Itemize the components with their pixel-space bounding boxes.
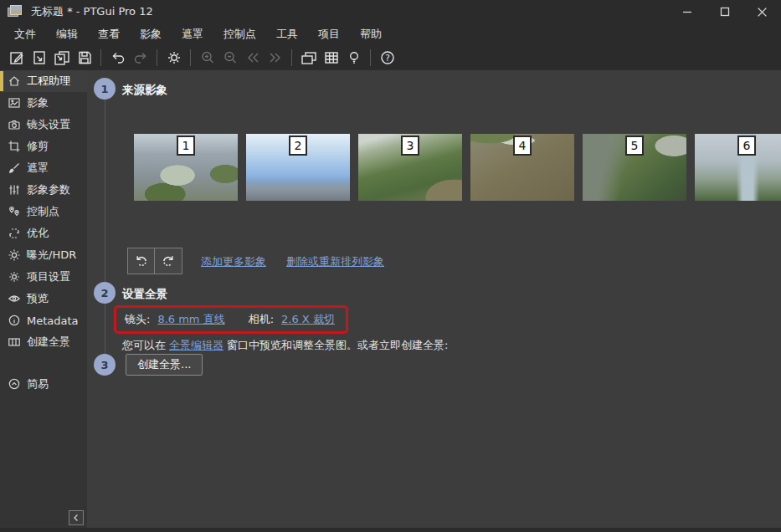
info-icon (8, 314, 21, 327)
sidebar-item-project-assistant[interactable]: 工程助理 (0, 70, 87, 92)
hint-suffix: 窗口中预览和调整全景图。或者立即创建全景: (227, 339, 448, 351)
camera-value-link[interactable]: 2.6 X 裁切 (281, 312, 335, 327)
project-assistant-panel: 1 来源影象 1 2 3 4 5 6 (87, 70, 781, 528)
sidebar-item-label: 创建全景 (27, 335, 70, 350)
lens-value-link[interactable]: 8.6 mm 直线 (157, 312, 224, 327)
settings-gear-icon[interactable] (162, 47, 185, 69)
sidebar-item-optimize[interactable]: 优化 (0, 223, 87, 244)
gear-icon (8, 270, 21, 284)
menu-help[interactable]: 帮助 (350, 23, 392, 45)
sidebar-item-project-settings[interactable]: 项目设置 (0, 266, 87, 288)
menu-view[interactable]: 查看 (88, 23, 130, 45)
bottom-strip (0, 528, 781, 532)
sidebar-item-metadata[interactable]: Metadata (0, 309, 87, 331)
help-icon[interactable]: ? (376, 47, 398, 69)
save-project-icon[interactable] (73, 47, 95, 69)
chevron-left-icon (72, 514, 80, 522)
sidebar-item-mask[interactable]: 遮罩 (0, 157, 87, 179)
remove-rearrange-images-link[interactable]: 删除或重新排列影象 (286, 254, 384, 269)
sidebar-item-control-points[interactable]: 控制点 (0, 201, 87, 223)
close-button[interactable] (743, 0, 781, 23)
image-icon (8, 96, 21, 110)
svg-text:?: ? (385, 53, 390, 63)
eye-icon (8, 292, 21, 305)
brush-icon (8, 161, 21, 175)
sidebar-item-label: 遮罩 (27, 161, 49, 176)
chevron-up-circle-icon (8, 377, 21, 391)
sidebar-collapse-button[interactable] (69, 510, 84, 525)
sidebar-item-label: 修剪 (27, 139, 49, 154)
create-panorama-button[interactable]: 创建全景... (126, 354, 203, 376)
source-image-thumbnail[interactable]: 6 (695, 134, 781, 201)
sidebar-item-label: 简易 (27, 376, 49, 391)
open-project-icon[interactable] (28, 47, 50, 69)
new-project-icon[interactable] (5, 47, 28, 69)
open-copy-icon[interactable] (50, 47, 73, 69)
image-number-badge: 5 (625, 136, 644, 156)
rotate-buttons (127, 248, 182, 274)
source-image-strip: 1 2 3 4 5 6 (134, 134, 781, 201)
sidebar-item-label: 控制点 (27, 204, 59, 219)
maximize-button[interactable] (706, 0, 743, 23)
menu-edit[interactable]: 编辑 (46, 23, 88, 45)
undo-icon[interactable] (106, 47, 129, 69)
panorama-editor-link[interactable]: 全景编辑器 (169, 339, 224, 351)
source-image-thumbnail[interactable]: 2 (246, 134, 350, 201)
menu-mask[interactable]: 遮罩 (172, 23, 213, 45)
sidebar-item-label: 预览 (27, 291, 49, 306)
light-bulb-icon[interactable] (342, 47, 365, 69)
menu-images[interactable]: 影象 (130, 23, 172, 45)
sun-icon (8, 248, 21, 262)
rotate-left-button[interactable] (127, 248, 155, 274)
rotate-cw-icon (161, 253, 176, 269)
sidebar-item-exposure-hdr[interactable]: 曝光/HDR (0, 244, 87, 266)
sidebar-item-preview[interactable]: 预览 (0, 288, 87, 309)
titlebar: 无标题 * - PTGui Pro 12 (0, 0, 781, 23)
zoom-in-icon (196, 47, 218, 69)
panorama-editor-icon[interactable] (297, 47, 320, 69)
rotate-ccw-icon (134, 253, 149, 269)
sidebar-item-label: 镜头设置 (27, 117, 70, 132)
image-number-badge: 4 (513, 136, 532, 156)
window-controls (668, 0, 781, 23)
toolbar-separator (370, 49, 371, 66)
ptgui-window: 无标题 * - PTGui Pro 12 文件 编辑 查看 影象 遮罩 控制点 … (0, 0, 781, 532)
hint-prefix: 您可以在 (122, 339, 166, 351)
source-image-thumbnail[interactable]: 3 (358, 134, 462, 201)
toolbar-separator (291, 49, 292, 66)
sidebar-item-lens-settings[interactable]: 镜头设置 (0, 114, 87, 136)
menu-project[interactable]: 项目 (308, 23, 350, 45)
add-more-images-link[interactable]: 添加更多影象 (201, 254, 266, 269)
camera-label: 相机: (249, 312, 274, 327)
rotate-right-button[interactable] (155, 248, 182, 274)
sidebar-item-images[interactable]: 影象 (0, 92, 87, 114)
sidebar-item-label: 优化 (27, 226, 49, 241)
menu-tools[interactable]: 工具 (266, 23, 308, 45)
source-image-thumbnail[interactable]: 5 (583, 134, 686, 201)
source-image-thumbnail[interactable]: 1 (134, 134, 238, 201)
sidebar-item-simple-mode[interactable]: 简易 (0, 373, 87, 395)
source-image-thumbnail[interactable]: 4 (470, 134, 574, 201)
image-number-badge: 2 (289, 136, 307, 156)
sidebar-item-create-panorama[interactable]: 创建全景 (0, 331, 87, 353)
detail-viewer-icon[interactable] (320, 47, 342, 69)
toolbar-separator (190, 49, 191, 66)
close-icon (757, 7, 768, 18)
image-number-badge: 3 (401, 136, 419, 156)
image-number-badge: 1 (177, 136, 195, 156)
crop-icon (8, 140, 21, 153)
menu-control-points[interactable]: 控制点 (213, 23, 266, 45)
panorama-icon (8, 335, 21, 349)
lens-camera-highlight-box: 镜头: 8.6 mm 直线 相机: 2.6 X 裁切 (114, 305, 348, 334)
sidebar-gap (0, 353, 87, 373)
menu-file[interactable]: 文件 (4, 23, 46, 45)
next-image-icon (264, 47, 286, 69)
sidebar-item-crop[interactable]: 修剪 (0, 136, 87, 157)
sidebar-item-image-parameters[interactable]: 影象参数 (0, 179, 87, 201)
minimize-icon (682, 7, 692, 17)
step3-circle: 3 (94, 354, 116, 376)
panorama-editor-hint: 您可以在全景编辑器窗口中预览和调整全景图。或者立即创建全景: (122, 338, 448, 353)
minimize-button[interactable] (668, 0, 706, 23)
sliders-icon (8, 183, 21, 197)
window-title: 无标题 * - PTGui Pro 12 (31, 4, 153, 19)
